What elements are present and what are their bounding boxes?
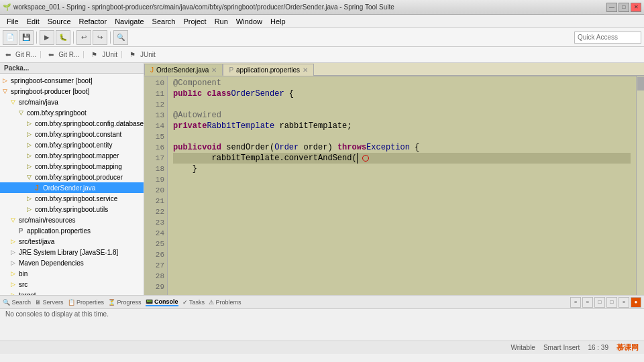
separator2	[73, 32, 74, 44]
bt-icon3[interactable]: □	[594, 297, 605, 308]
code-line-26[interactable]	[173, 249, 631, 260]
pe-header: Packa...	[0, 63, 144, 74]
code-line-28[interactable]	[173, 271, 631, 282]
code-line-27[interactable]	[173, 260, 631, 271]
bt-search: 🔍 Search	[3, 299, 31, 306]
code-line-12[interactable]	[173, 99, 631, 110]
tree-item-13[interactable]: ▽src/main/resources	[0, 215, 144, 225]
tab-application-props[interactable]: P application.properties ✕	[223, 64, 314, 76]
menu-item-help[interactable]: Help	[266, 16, 290, 27]
bt-icon6[interactable]: ●	[631, 297, 641, 308]
tree-item-18[interactable]: ▷bin	[0, 268, 144, 279]
tree-item-7[interactable]: ▷com.bfxy.springboot.mapper	[0, 150, 144, 161]
code-line-29[interactable]	[173, 282, 631, 292]
code-line-14[interactable]: private RabbitTemplate rabbitTemplate;	[173, 121, 631, 131]
menu-item-file[interactable]: File	[3, 16, 23, 27]
kw: public class	[173, 88, 231, 99]
bt-icon5[interactable]: ×	[619, 297, 629, 308]
tree-label-5: com.bfxy.springboot.constant	[35, 131, 121, 138]
scrollbar-thumb[interactable]	[637, 77, 644, 90]
tree-item-4[interactable]: ▷com.bfxy.springboot.config.database	[0, 118, 144, 129]
cursor-position: 16 : 39	[588, 344, 608, 351]
toolbar2-label1: Git R...	[15, 51, 41, 58]
tree-item-1[interactable]: ▽springboot-producer [boot]	[0, 86, 144, 97]
line-num-13: 13	[144, 110, 164, 121]
code-line-11[interactable]: public class OrderSender {	[173, 88, 631, 99]
code-line-21[interactable]	[173, 196, 631, 206]
quick-access-input[interactable]	[574, 32, 641, 44]
tree-label-2: src/main/java	[19, 99, 58, 106]
tree-item-0[interactable]: ▷springboot-consumer [boot]	[0, 75, 144, 86]
tree-icon-project: ▽	[0, 86, 9, 96]
tree-item-6[interactable]: ▷com.bfxy.springboot.entity	[0, 139, 144, 150]
menu-item-refactor[interactable]: Refactor	[75, 16, 111, 27]
code-line-24[interactable]	[173, 228, 631, 239]
tree-item-17[interactable]: ▷Maven Dependencies	[0, 257, 144, 268]
menu-item-project[interactable]: Project	[179, 16, 210, 27]
menu-item-search[interactable]: Search	[148, 16, 180, 27]
menu-item-edit[interactable]: Edit	[23, 16, 44, 27]
code-line-17[interactable]: rabbitTemplate.convertAndSend(	[173, 153, 631, 164]
tree-item-14[interactable]: Papplication.properties	[0, 225, 144, 236]
save-button[interactable]: 💾	[19, 30, 34, 45]
tree-item-5[interactable]: ▷com.bfxy.springboot.constant	[0, 129, 144, 139]
new-button[interactable]: 📄	[3, 30, 17, 45]
editor-scrollbar[interactable]	[636, 76, 644, 295]
code-line-22[interactable]	[173, 206, 631, 217]
bt-icon4[interactable]: □	[606, 297, 617, 308]
toolbar2-item3[interactable]: ⚑	[89, 51, 100, 58]
code-line-20[interactable]	[173, 185, 631, 196]
bt-console[interactable]: 📟 Console	[146, 298, 178, 306]
code-editor[interactable]: 1011121314151617181920212223242526272829…	[144, 76, 644, 295]
bt-icon1[interactable]: «	[570, 297, 581, 308]
menu-item-source[interactable]: Source	[44, 16, 75, 27]
undo-button[interactable]: ↩	[76, 30, 91, 45]
redo-button[interactable]: ↪	[93, 30, 107, 45]
tree-label-0: springboot-consumer [boot]	[11, 77, 93, 84]
maximize-button[interactable]: □	[619, 3, 629, 12]
code-line-25[interactable]	[173, 239, 631, 249]
tree-item-2[interactable]: ▽src/main/java	[0, 97, 144, 107]
tree-label-11: com.bfxy.springboot.service	[35, 195, 117, 202]
close-button[interactable]: ✕	[631, 3, 641, 12]
bt-icon2[interactable]: »	[582, 297, 593, 308]
code-line-18[interactable]: }	[173, 164, 631, 174]
tree-item-3[interactable]: ▽com.bfxy.springboot	[0, 107, 144, 118]
minimize-button[interactable]: —	[606, 3, 617, 12]
writable-status: Writable	[511, 344, 535, 351]
code-content[interactable]: @Componentpublic class OrderSender { @Au…	[168, 76, 636, 295]
run-button[interactable]: ▶	[40, 30, 54, 45]
line-num-19: 19	[144, 174, 164, 185]
param-type: Order	[274, 142, 299, 153]
menubar: FileEditSourceRefactorNavigateSearchProj…	[0, 15, 644, 28]
tree-item-11[interactable]: ▷com.bfxy.springboot.service	[0, 193, 144, 204]
toolbar2-item2[interactable]: ⬅	[46, 51, 56, 58]
code-line-16[interactable]: public void sendOrder(Order order) throw…	[173, 142, 631, 153]
menu-item-navigate[interactable]: Navigate	[111, 16, 148, 27]
search-button[interactable]: 🔍	[113, 30, 128, 45]
package-explorer: Packa... ▷springboot-consumer [boot]▽spr…	[0, 63, 144, 295]
code-line-19[interactable]	[173, 174, 631, 185]
pe-tree[interactable]: ▷springboot-consumer [boot]▽springboot-p…	[0, 74, 144, 295]
bt-progress: ⏳ Progress	[108, 299, 142, 306]
tree-item-19[interactable]: ▷src	[0, 279, 144, 290]
tree-item-9[interactable]: ▽com.bfxy.springboot.producer	[0, 172, 144, 182]
tree-item-10[interactable]: JOrderSender.java	[0, 182, 144, 193]
code-line-15[interactable]	[173, 131, 631, 142]
tree-item-20[interactable]: ▷target	[0, 290, 144, 295]
tree-item-15[interactable]: ▷src/test/java	[0, 236, 144, 247]
code-line-23[interactable]	[173, 217, 631, 228]
tab-ordersender-label: OrderSender.java	[156, 66, 209, 74]
code-line-10[interactable]: @Component	[173, 78, 631, 88]
debug-button[interactable]: 🐛	[56, 30, 70, 45]
tab-ordersender[interactable]: J OrderSender.java ✕	[144, 64, 223, 76]
tree-item-16[interactable]: ▷JRE System Library [JavaSE-1.8]	[0, 247, 144, 257]
tree-item-12[interactable]: ▷com.bfxy.springboot.utils	[0, 204, 144, 215]
menu-item-run[interactable]: Run	[211, 16, 232, 27]
toolbar2-item4[interactable]: ⚑	[127, 51, 138, 58]
menu-item-window[interactable]: Window	[232, 16, 266, 27]
code-line-13[interactable]: @Autowired	[173, 110, 631, 121]
tree-item-8[interactable]: ▷com.bfxy.springboot.mapping	[0, 161, 144, 172]
titlebar-title: workspace_001 - Spring - springboot-prod…	[13, 3, 606, 11]
toolbar2-item1[interactable]: ⬅	[3, 51, 13, 58]
